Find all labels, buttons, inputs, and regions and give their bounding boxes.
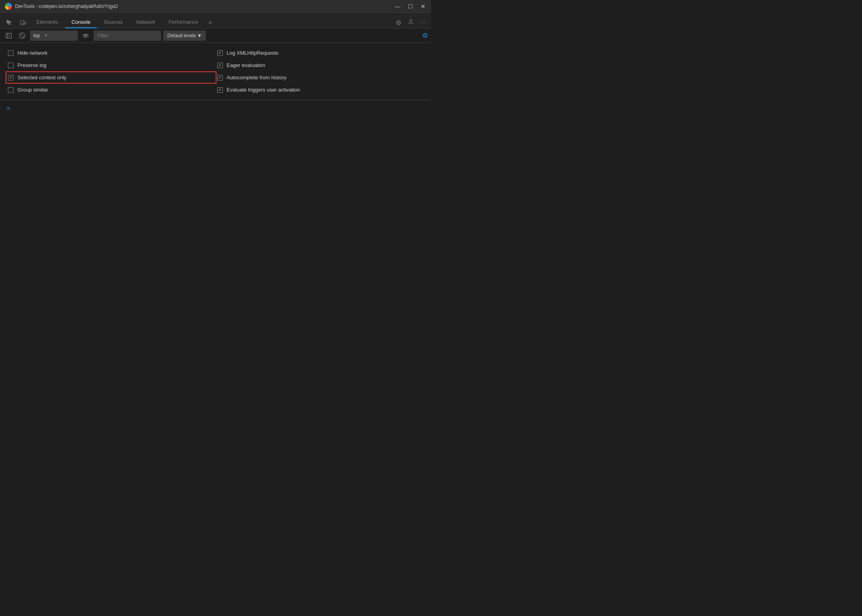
log-xmlhttp-label: Log XMLHttpRequests bbox=[227, 50, 279, 56]
svg-rect-4 bbox=[6, 33, 11, 38]
filter-input[interactable] bbox=[94, 31, 161, 41]
console-prompt-icon: > bbox=[6, 105, 10, 112]
minimize-button[interactable]: — bbox=[395, 3, 401, 10]
settings-button[interactable]: ⚙ bbox=[393, 17, 404, 28]
log-xmlhttp-item[interactable]: Log XMLHttpRequests bbox=[216, 47, 425, 59]
tab-console[interactable]: Console bbox=[65, 17, 97, 28]
tab-performance[interactable]: Performance bbox=[162, 17, 204, 28]
context-arrow: ▼ bbox=[44, 33, 48, 38]
tabbar-right-actions: ⚙ ··· bbox=[393, 17, 428, 28]
default-levels-button[interactable]: Default levels ▼ bbox=[163, 31, 206, 41]
preserve-log-label: Preserve log bbox=[17, 62, 46, 68]
group-similar-label: Group similar bbox=[17, 87, 48, 93]
evaluate-triggers-checkbox[interactable] bbox=[217, 87, 223, 93]
window-controls: — ☐ ✕ bbox=[395, 3, 426, 10]
eager-evaluation-label: Eager evaluation bbox=[227, 62, 266, 68]
autocomplete-history-label: Autocomplete from history bbox=[227, 75, 287, 80]
svg-line-7 bbox=[20, 34, 24, 38]
tabbar: Elements Console Sources Network Perform… bbox=[0, 13, 431, 29]
sidebar-toggle-button[interactable] bbox=[3, 31, 14, 40]
svg-point-8 bbox=[85, 34, 87, 36]
autocomplete-history-checkbox[interactable] bbox=[217, 75, 223, 80]
svg-rect-1 bbox=[24, 22, 26, 24]
group-similar-item[interactable]: Group similar bbox=[6, 84, 216, 96]
settings-left-column: Hide network Preserve log Selected conte… bbox=[6, 47, 216, 96]
devtools-main: Elements Console Sources Network Perform… bbox=[0, 13, 431, 308]
preserve-log-item[interactable]: Preserve log bbox=[6, 59, 216, 71]
console-toolbar: top ▼ Default levels ▼ ⚙ bbox=[0, 29, 431, 43]
titlebar: DevTools - codepen.io/zoherghadyali/full… bbox=[0, 0, 431, 13]
selected-context-only-item[interactable]: Selected context only bbox=[6, 71, 216, 84]
tab-network[interactable]: Network bbox=[130, 17, 162, 28]
hide-network-label: Hide network bbox=[17, 50, 48, 56]
settings-right-column: Log XMLHttpRequests Eager evaluation Aut… bbox=[216, 47, 425, 96]
hide-network-item[interactable]: Hide network bbox=[6, 47, 216, 59]
selected-context-only-checkbox[interactable] bbox=[8, 75, 13, 80]
context-selector[interactable]: top ▼ bbox=[30, 31, 78, 41]
close-button[interactable]: ✕ bbox=[420, 3, 426, 10]
devtools-icon bbox=[5, 3, 12, 10]
console-output-area[interactable]: > bbox=[0, 100, 431, 308]
group-similar-checkbox[interactable] bbox=[8, 87, 13, 93]
svg-point-3 bbox=[410, 19, 412, 22]
log-xmlhttp-checkbox[interactable] bbox=[217, 50, 223, 56]
more-tabs-button[interactable]: » bbox=[205, 16, 215, 28]
more-options-button[interactable]: ··· bbox=[418, 17, 428, 28]
device-toggle-button[interactable] bbox=[17, 17, 29, 28]
clear-console-button[interactable] bbox=[17, 31, 28, 40]
autocomplete-history-item[interactable]: Autocomplete from history bbox=[216, 71, 425, 84]
tab-elements[interactable]: Elements bbox=[30, 17, 64, 28]
titlebar-title: DevTools - codepen.io/zoherghadyali/full… bbox=[15, 4, 391, 9]
preserve-log-checkbox[interactable] bbox=[8, 63, 13, 68]
eager-evaluation-item[interactable]: Eager evaluation bbox=[216, 59, 425, 71]
eye-button[interactable] bbox=[80, 31, 91, 40]
selected-context-only-label: Selected context only bbox=[17, 75, 67, 80]
tab-sources[interactable]: Sources bbox=[98, 17, 129, 28]
eager-evaluation-checkbox[interactable] bbox=[217, 63, 223, 68]
user-button[interactable] bbox=[405, 17, 416, 28]
evaluate-triggers-label: Evaluate triggers user activation bbox=[227, 87, 300, 93]
restore-button[interactable]: ☐ bbox=[407, 3, 414, 10]
hide-network-checkbox[interactable] bbox=[8, 50, 13, 56]
inspect-element-button[interactable] bbox=[3, 17, 16, 28]
evaluate-triggers-item[interactable]: Evaluate triggers user activation bbox=[216, 84, 425, 96]
console-settings-panel: Hide network Preserve log Selected conte… bbox=[0, 43, 431, 100]
console-settings-gear[interactable]: ⚙ bbox=[422, 32, 428, 39]
context-value: top bbox=[33, 33, 40, 38]
